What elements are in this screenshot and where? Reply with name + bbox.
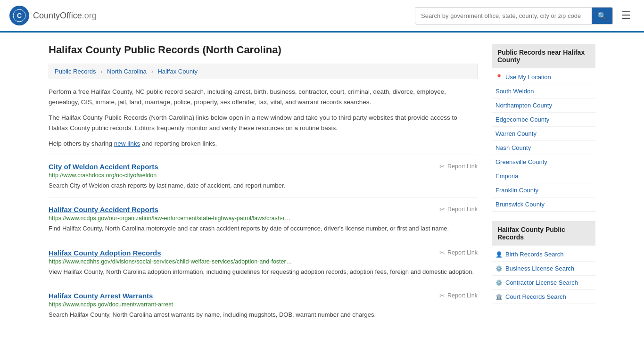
record-desc-1: Find Halifax County, North Carolina moto… — [49, 224, 478, 233]
report-icon-2: ✂ — [439, 249, 445, 256]
content-area: Halifax County Public Records (North Car… — [49, 44, 478, 327]
record-url-3[interactable]: https://www.ncdps.gov/document/warrant-a… — [49, 301, 478, 308]
report-link-0[interactable]: ✂ Report Link — [439, 163, 478, 170]
logo-area: C CountyOffice.org — [9, 6, 97, 25]
report-link-3[interactable]: ✂ Report Link — [439, 292, 478, 299]
records-sidebar-item-1[interactable]: ⚙️ Business License Search — [492, 262, 595, 276]
records-sidebar-icon-2: ⚙️ — [495, 280, 503, 286]
nearby-link-3[interactable]: Edgecombe County — [495, 116, 549, 123]
nearby-item-6[interactable]: Greensville County — [492, 155, 595, 169]
nearby-link-6[interactable]: Greensville County — [495, 158, 547, 165]
breadcrumb-public-records[interactable]: Public Records — [55, 68, 96, 75]
new-links-link[interactable]: new links — [114, 140, 140, 147]
nearby-item-2[interactable]: Northampton County — [492, 99, 595, 113]
record-desc-2: View Halifax County, North Carolina adop… — [49, 267, 478, 277]
report-link-2[interactable]: ✂ Report Link — [439, 249, 478, 256]
sidebar: Public Records near Halifax County 📍 Use… — [492, 44, 595, 327]
nearby-item-7[interactable]: Emporia — [492, 169, 595, 183]
description-1: Perform a free Halifax County, NC public… — [49, 87, 478, 107]
nearby-item-5[interactable]: Nash County — [492, 141, 595, 155]
breadcrumb-north-carolina[interactable]: North Carolina — [107, 68, 147, 75]
nearby-item-8[interactable]: Franklin County — [492, 183, 595, 197]
records-sidebar-link-3[interactable]: Court Records Search — [505, 293, 566, 300]
record-entry-0: City of Weldon Accident Reports ✂ Report… — [49, 155, 478, 198]
header-right: 🔍 ☰ — [415, 7, 635, 25]
nearby-link-9[interactable]: Brunswick County — [495, 201, 545, 208]
nearby-link-0[interactable]: Use My Location — [505, 74, 551, 81]
record-desc-3: Search Halifax County, North Carolina ar… — [49, 310, 478, 320]
record-url-2[interactable]: https://www.ncdhhs.gov/divisions/social-… — [49, 258, 478, 265]
report-icon-0: ✂ — [439, 163, 445, 170]
nearby-link-8[interactable]: Franklin County — [495, 187, 538, 194]
search-button[interactable]: 🔍 — [592, 8, 612, 24]
description-3: Help others by sharing new links and rep… — [49, 139, 478, 149]
record-title-1[interactable]: Halifax County Accident Reports — [49, 206, 158, 214]
logo-text: CountyOffice.org — [33, 11, 97, 21]
nearby-link-4[interactable]: Warren County — [495, 130, 537, 137]
hamburger-button[interactable]: ☰ — [618, 8, 635, 24]
records-sidebar-icon-1: ⚙️ — [495, 265, 503, 272]
nearby-item-4[interactable]: Warren County — [492, 127, 595, 141]
nearby-icon-0: 📍 — [495, 74, 503, 81]
nearby-link-7[interactable]: Emporia — [495, 173, 518, 180]
nearby-link-5[interactable]: Nash County — [495, 144, 531, 151]
record-url-1[interactable]: https://www.ncdps.gov/our-organization/l… — [49, 215, 478, 222]
breadcrumb-halifax-county[interactable]: Halifax County — [157, 68, 198, 75]
logo-icon: C — [9, 6, 29, 25]
nearby-item-3[interactable]: Edgecombe County — [492, 113, 595, 127]
nearby-items: 📍 Use My Location South Weldon Northampt… — [492, 70, 595, 212]
records-section-title: Halifax County Public Records — [492, 221, 595, 246]
record-entry-1: Halifax County Accident Reports ✂ Report… — [49, 197, 478, 241]
record-url-0[interactable]: http://www.crashdocs.org/nc-cityofweldon — [49, 172, 478, 179]
records-section: Halifax County Public Records 👤 Birth Re… — [492, 221, 595, 304]
nearby-title: Public Records near Halifax County — [492, 44, 595, 68]
record-desc-0: Search City of Weldon crash reports by l… — [49, 181, 478, 190]
site-header: C CountyOffice.org 🔍 ☰ — [0, 0, 644, 33]
page-title: Halifax County Public Records (North Car… — [49, 44, 478, 56]
records-sidebar-item-2[interactable]: ⚙️ Contractor License Search — [492, 276, 595, 290]
main-container: Halifax County Public Records (North Car… — [39, 33, 605, 338]
records-sidebar-item-3[interactable]: 🏛️ Court Records Search — [492, 290, 595, 304]
report-icon-3: ✂ — [439, 292, 445, 299]
nearby-item-1[interactable]: South Weldon — [492, 84, 595, 99]
description-2: The Halifax County Public Records (North… — [49, 113, 478, 133]
record-entry-3: Halifax County Arrest Warrants ✂ Report … — [49, 284, 478, 327]
nearby-link-2[interactable]: Northampton County — [495, 102, 552, 109]
search-bar: 🔍 — [415, 7, 613, 25]
records-sidebar-item-0[interactable]: 👤 Birth Records Search — [492, 247, 595, 262]
records-sidebar-link-1[interactable]: Business License Search — [505, 265, 574, 272]
records-list: City of Weldon Accident Reports ✂ Report… — [49, 155, 478, 327]
records-sidebar-icon-3: 🏛️ — [495, 294, 503, 300]
report-link-1[interactable]: ✂ Report Link — [439, 206, 478, 213]
record-title-0[interactable]: City of Weldon Accident Reports — [49, 163, 158, 171]
records-sidebar-link-2[interactable]: Contractor License Search — [505, 279, 578, 286]
record-title-2[interactable]: Halifax County Adoption Records — [49, 249, 161, 257]
nearby-section: Public Records near Halifax County 📍 Use… — [492, 44, 595, 212]
sidebar-records-items: 👤 Birth Records Search ⚙️ Business Licen… — [492, 247, 595, 304]
report-icon-1: ✂ — [439, 206, 445, 213]
records-sidebar-icon-0: 👤 — [495, 251, 503, 258]
records-sidebar-link-0[interactable]: Birth Records Search — [505, 251, 564, 258]
nearby-item-0[interactable]: 📍 Use My Location — [492, 70, 595, 84]
nearby-link-1[interactable]: South Weldon — [495, 88, 534, 95]
nearby-item-9[interactable]: Brunswick County — [492, 197, 595, 212]
breadcrumb: Public Records › North Carolina › Halifa… — [49, 64, 478, 79]
search-input[interactable] — [415, 8, 592, 23]
record-entry-2: Halifax County Adoption Records ✂ Report… — [49, 241, 478, 284]
record-title-3[interactable]: Halifax County Arrest Warrants — [49, 292, 153, 300]
svg-text:C: C — [17, 12, 22, 19]
